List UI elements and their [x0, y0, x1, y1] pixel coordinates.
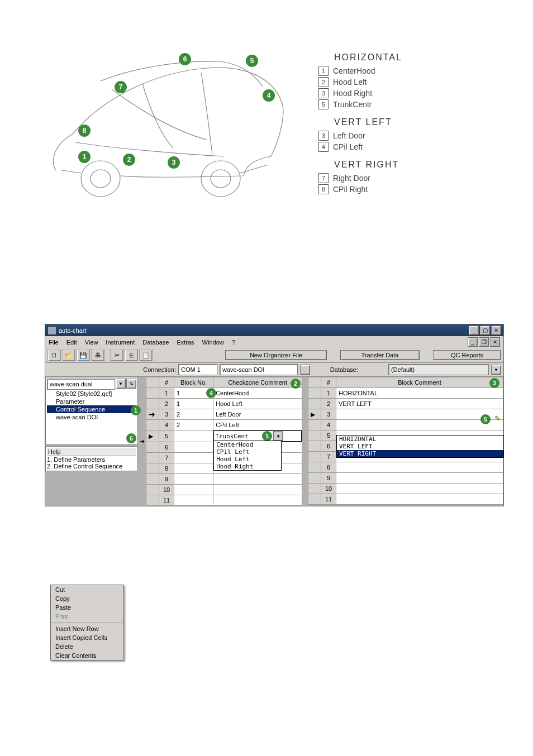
ctx-paste[interactable]: Paste [51, 603, 123, 612]
combo-option[interactable]: CPil Left [214, 448, 281, 456]
titlebar[interactable]: auto-chart _ ▢ ✕ [45, 324, 503, 336]
new-organizer-button[interactable]: New Organizer File [225, 350, 327, 360]
help-line: 2. Define Control Sequence [47, 463, 136, 470]
callout-badge-6: 6 [126, 433, 136, 443]
maximize-button[interactable]: ▢ [480, 326, 490, 335]
paste-icon[interactable]: 📋 [139, 349, 153, 361]
car-drawing: 1 2 3 4 5 6 7 8 [22, 28, 302, 207]
ctx-insert-copied[interactable]: Insert Copied Cells [51, 633, 123, 642]
zone-list-icon: 7 [318, 173, 329, 183]
menu-database[interactable]: Database [142, 339, 169, 346]
zone-list-label: Left Door [333, 131, 365, 140]
device-field[interactable]: wave-scan DOI [220, 364, 298, 375]
mdi-close-button[interactable]: ✕ [490, 337, 500, 347]
row-pointer-icon: ▶ [146, 430, 159, 442]
ctx-delete[interactable]: Delete [51, 642, 123, 651]
com-port-field[interactable]: COM 1 [178, 364, 217, 375]
menu-help[interactable]: ? [232, 339, 235, 346]
zone-list-icon: 1 [318, 66, 329, 76]
tree-item[interactable]: Style02 [Style02.qcf] [47, 390, 136, 398]
col-header[interactable]: Block Comment 3 [336, 377, 503, 388]
checkzone-combo-popup[interactable]: CenterHood CPil Left Hood Left Hood Righ… [213, 441, 282, 471]
svg-line-5 [240, 165, 268, 173]
svg-point-1 [91, 170, 111, 188]
print-icon[interactable]: 🖶 [91, 349, 104, 361]
autochart-window: auto-chart _ ▢ ✕ File Edit View Instrume… [45, 324, 504, 506]
checkzone-grid[interactable]: # Block No. Checkzone Comment 2 1 1 4 Ce… [146, 377, 302, 506]
zone-list-label: Hood Left [333, 78, 367, 87]
database-dropdown-button[interactable]: ▼ [491, 365, 501, 375]
cut-icon[interactable]: ✂ [110, 349, 123, 361]
mdi-restore-button[interactable]: ❐ [479, 337, 489, 347]
menu-extras[interactable]: Extras [177, 339, 194, 346]
tree-item-selected[interactable]: Control Sequence [47, 405, 136, 413]
help-header: Help [47, 448, 136, 456]
menu-file[interactable]: File [49, 339, 59, 346]
zone-badge-2: 2 [123, 154, 135, 166]
checkzone-combo-input[interactable] [214, 431, 261, 441]
zone-group-header: HORIZONTAL [334, 52, 402, 63]
minimize-button[interactable]: _ [469, 326, 479, 335]
checkzone-combo-button[interactable]: ▼ [273, 431, 283, 441]
zone-list-label: CPil Left [333, 142, 363, 151]
new-icon[interactable]: 🗋 [47, 349, 61, 361]
block-combo-popup[interactable]: HORIZONTAL VERT LEFT VERT RIGHT [336, 435, 504, 458]
combo-option-selected[interactable]: VERT RIGHT [337, 450, 503, 457]
combo-option[interactable]: CenterHood [214, 441, 281, 448]
ctx-print: Print [51, 612, 123, 621]
tree-item[interactable]: wave-scan DOI [47, 413, 136, 421]
tree-pin-button[interactable]: ⇅ [126, 379, 136, 389]
checkzone-combo[interactable]: 5 ▼ [213, 430, 302, 442]
col-header[interactable]: # [159, 377, 174, 388]
menu-edit[interactable]: Edit [66, 339, 77, 346]
ctx-cut[interactable]: Cut [51, 585, 123, 594]
zone-list-icon: 3 [318, 88, 329, 98]
current-row-arrow-icon: ➔ [146, 409, 159, 420]
tree-root-dropdown[interactable]: ▼ [116, 379, 126, 389]
combo-option[interactable]: Hood Right [214, 463, 281, 470]
combo-option[interactable]: VERT LEFT [337, 443, 503, 450]
workspace: wave-scan dual ▼ ⇅ Style02 [Style02.qcf]… [45, 377, 503, 506]
ctx-clear[interactable]: Clear Contents [51, 651, 123, 660]
qc-reports-button[interactable]: QC Reports [433, 350, 501, 360]
tree-root[interactable]: wave-scan dual [47, 379, 115, 390]
svg-point-0 [81, 161, 120, 197]
combo-option[interactable]: HORIZONTAL [337, 436, 503, 443]
menubar: File Edit View Instrument Database Extra… [45, 336, 503, 348]
tree-panel[interactable]: wave-scan dual ▼ ⇅ Style02 [Style02.qcf]… [45, 377, 138, 445]
device-browse-button[interactable]: … [300, 365, 310, 375]
tree-item[interactable]: Parameter [47, 398, 136, 405]
window-title: auto-chart [59, 327, 87, 334]
zone-legend: HORIZONTAL 1CenterHood 2Hood Left 3Hood … [318, 28, 402, 195]
menu-instrument[interactable]: Instrument [106, 339, 135, 346]
col-header[interactable]: Checkzone Comment 2 [213, 377, 302, 388]
copy-icon[interactable]: ⎘ [125, 349, 138, 361]
context-menu[interactable]: Cut Copy Paste Print Insert New Row Inse… [50, 585, 124, 661]
zone-list-icon: 3 [318, 131, 329, 141]
svg-point-2 [201, 161, 240, 197]
callout-badge-1: 1 [131, 405, 141, 415]
menu-view[interactable]: View [85, 339, 98, 346]
open-icon[interactable]: 📂 [62, 349, 75, 361]
col-header[interactable]: # [321, 377, 336, 388]
ctx-insert-row[interactable]: Insert New Row [51, 624, 123, 633]
combo-option[interactable]: Hood Left [214, 456, 281, 463]
ctx-copy[interactable]: Copy [51, 594, 123, 603]
menu-window[interactable]: Window [202, 339, 224, 346]
save-icon[interactable]: 💾 [77, 349, 90, 361]
block-grid[interactable]: # Block Comment 3 1HORIZONTAL 2VERT LEFT… [308, 377, 503, 505]
zone-group-header: VERT LEFT [334, 117, 402, 127]
zone-list-icon: 4 [318, 142, 329, 152]
svg-point-3 [211, 170, 231, 188]
close-button[interactable]: ✕ [491, 326, 501, 335]
zone-list-icon: 2 [318, 77, 329, 87]
database-field[interactable]: (Default) [388, 364, 489, 375]
zone-list-icon: 5 [318, 99, 329, 109]
car-zone-figure: 1 2 3 4 5 6 7 8 HORIZONTAL 1CenterHood 2… [0, 0, 533, 223]
zone-list-label: TrunkCentr [333, 100, 372, 109]
callout-badge-5b: 5 [480, 414, 491, 424]
transfer-data-button[interactable]: Transfer Data [340, 350, 420, 360]
zone-badge-7: 7 [115, 81, 127, 93]
mdi-minimize-button[interactable]: _ [468, 337, 478, 347]
col-header[interactable]: Block No. [174, 377, 213, 388]
